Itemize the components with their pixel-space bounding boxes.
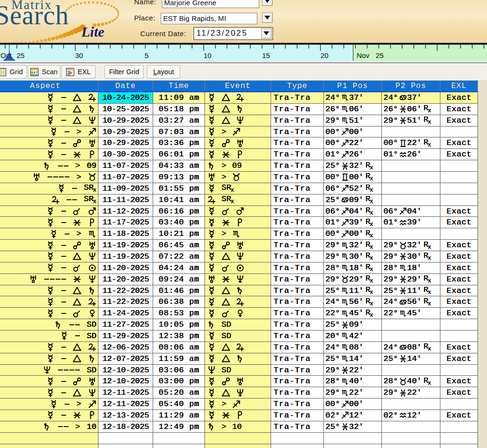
svg-text:Search: Search xyxy=(0,0,69,30)
svg-text:Lite: Lite xyxy=(81,24,104,39)
